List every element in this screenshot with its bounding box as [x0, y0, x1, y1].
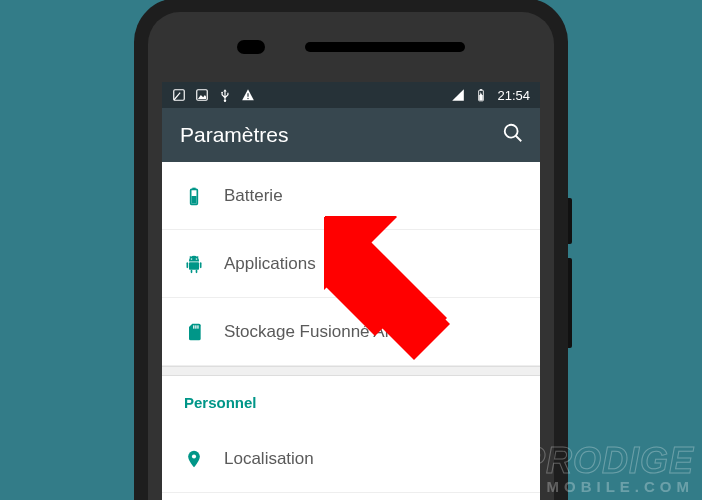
svg-rect-21: [193, 325, 194, 328]
svg-rect-16: [189, 262, 199, 270]
svg-point-7: [505, 125, 518, 138]
settings-list: Batterie Applications Stockage Fusionné …: [162, 162, 540, 500]
svg-rect-23: [197, 325, 198, 328]
app-bar: Paramètres: [162, 108, 540, 162]
status-battery-icon: [474, 88, 488, 102]
power-button: [568, 198, 572, 244]
section-header-personal: Personnel: [162, 376, 540, 425]
settings-item-label: Localisation: [224, 449, 314, 469]
settings-item-security[interactable]: Sécurité: [162, 493, 540, 500]
svg-rect-22: [195, 325, 196, 328]
svg-rect-17: [187, 262, 189, 268]
svg-point-24: [192, 454, 196, 458]
location-icon: [184, 449, 224, 469]
svg-rect-19: [191, 269, 193, 272]
status-clock: 21:54: [497, 88, 530, 103]
settings-item-label: Stockage Fusionné Archos: [224, 322, 426, 342]
svg-rect-11: [192, 196, 197, 204]
svg-rect-3: [247, 98, 248, 99]
settings-item-label: Applications: [224, 254, 316, 274]
proximity-sensor: [237, 40, 265, 54]
svg-rect-20: [196, 269, 198, 272]
phone-earpiece: [148, 12, 554, 82]
settings-item-storage[interactable]: Stockage Fusionné Archos: [162, 298, 540, 366]
watermark: PRODIGE MOBILE.COM: [521, 443, 694, 494]
status-signal-icon: [451, 88, 465, 102]
svg-rect-2: [247, 93, 248, 97]
settings-item-location[interactable]: Localisation: [162, 425, 540, 493]
settings-item-battery[interactable]: Batterie: [162, 162, 540, 230]
status-usb-icon: [218, 88, 232, 102]
phone-frame: 21:54 Paramètres Batterie: [134, 0, 568, 500]
search-button[interactable]: [502, 122, 524, 148]
volume-button: [568, 258, 572, 348]
phone-screen: 21:54 Paramètres Batterie: [162, 82, 540, 500]
android-icon: [184, 254, 224, 274]
section-divider: [162, 366, 540, 376]
battery-icon: [184, 186, 224, 206]
speaker-grille: [305, 42, 465, 52]
page-title: Paramètres: [180, 123, 289, 147]
watermark-line2: MOBILE.COM: [521, 479, 694, 494]
watermark-line1: PRODIGE: [521, 443, 694, 479]
settings-item-label: Batterie: [224, 186, 283, 206]
phone-bezel: 21:54 Paramètres Batterie: [148, 12, 554, 500]
settings-item-applications[interactable]: Applications: [162, 230, 540, 298]
svg-rect-18: [200, 262, 202, 268]
status-bar: 21:54: [162, 82, 540, 108]
svg-rect-5: [480, 89, 482, 90]
sd-card-icon: [184, 322, 224, 342]
status-screenshot-icon: [172, 88, 186, 102]
status-warning-icon: [241, 88, 255, 102]
svg-line-8: [516, 136, 522, 142]
svg-rect-10: [192, 187, 195, 189]
status-image-icon: [195, 88, 209, 102]
